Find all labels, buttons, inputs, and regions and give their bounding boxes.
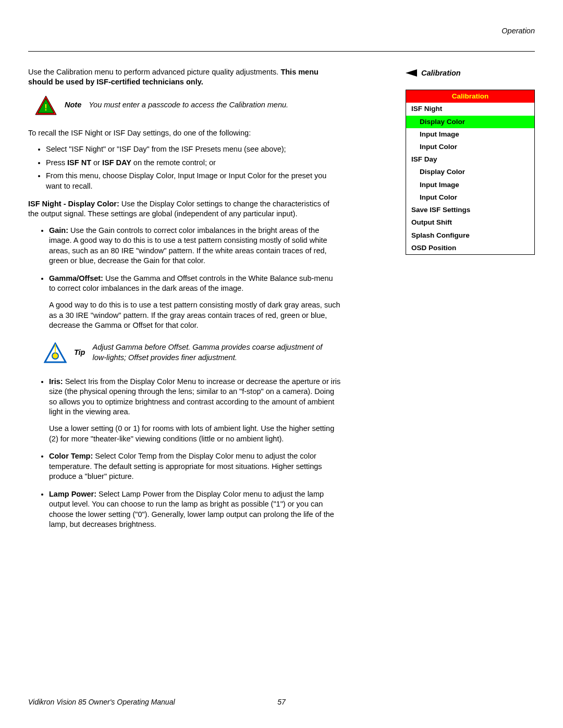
svg-point-4 xyxy=(52,353,58,359)
menu-row: ISF Day xyxy=(406,153,534,166)
iris-p2: Use a lower setting (0 or 1) for rooms w… xyxy=(49,424,341,444)
gain-label: Gain: xyxy=(49,226,70,235)
footer: Vidikron Vision 85 Owner's Operating Man… xyxy=(28,697,535,707)
more-list: Iris: Select Iris from the Display Color… xyxy=(49,377,341,530)
gain-text: Use the Gain controls to correct color i… xyxy=(49,226,327,265)
header-rule xyxy=(28,51,535,52)
tip-callout: Tip Adjust Gamma before Offset. Gamma pr… xyxy=(44,342,341,363)
menu-row-selected: Display Color xyxy=(406,116,534,128)
svg-text:!: ! xyxy=(44,103,47,112)
tip-label: Tip xyxy=(74,348,85,358)
intro-paragraph: Use the Calibration menu to perform adva… xyxy=(28,67,341,88)
warning-triangle-icon: ! xyxy=(34,95,57,116)
menu-row: Splash Configure xyxy=(406,229,534,242)
content-row: Use the Calibration menu to perform adva… xyxy=(28,67,535,537)
note-label: Note xyxy=(65,100,81,110)
footer-title: Vidikron Vision 85 Owner's Operating Man… xyxy=(28,697,175,707)
iris-text: Select Iris from the Display Color Menu … xyxy=(49,377,340,416)
note-text: You must enter a passcode to access the … xyxy=(89,100,288,110)
chapter-header: Operation xyxy=(28,26,535,51)
arrow-left-icon xyxy=(406,69,417,77)
recall-list: Select "ISF Night" or "ISF Day" from the… xyxy=(46,144,341,191)
menu-row: Display Color xyxy=(406,166,534,178)
menu-row: Input Image xyxy=(406,128,534,141)
list-item: Press ISF NT or ISF DAY on the remote co… xyxy=(46,158,341,168)
list-item: Gamma/Offset: Use the Gamma and Offset c… xyxy=(49,274,341,331)
menu-row: Input Image xyxy=(406,179,534,191)
gamma-p2: A good way to do this is to use a test p… xyxy=(49,300,341,331)
tip-text: Adjust Gamma before Offset. Gamma provid… xyxy=(92,342,332,363)
svg-marker-6 xyxy=(406,69,417,77)
display-color-lead: ISF Night - Display Color: Use the Displ… xyxy=(28,199,341,219)
text-bold: ISF DAY xyxy=(102,158,131,167)
warning-triangle-icon xyxy=(44,342,67,363)
colortemp-label: Color Temp: xyxy=(49,452,95,460)
list-item: From this menu, choose Display Color, In… xyxy=(46,171,341,191)
list-item: Gain: Use the Gain controls to correct c… xyxy=(49,226,341,266)
lamp-label: Lamp Power: xyxy=(49,490,99,498)
gamma-label: Gamma/Offset: xyxy=(49,274,105,282)
intro-text: Use the Calibration menu to perform adva… xyxy=(28,68,280,76)
menu-header: Calibration xyxy=(406,90,534,103)
text: Press xyxy=(46,158,67,167)
list-item: Iris: Select Iris from the Display Color… xyxy=(49,377,341,444)
menu-row: Input Color xyxy=(406,141,534,153)
calibration-menu: Calibration ISF Night Display Color Inpu… xyxy=(406,90,535,255)
iris-label: Iris: xyxy=(49,377,65,386)
side-heading-text: Calibration xyxy=(421,68,461,79)
menu-row: Save ISF Settings xyxy=(406,204,534,216)
list-item: Lamp Power: Select Lamp Power from the D… xyxy=(49,489,341,530)
list-item: Color Temp: Select Color Temp from the D… xyxy=(49,451,341,482)
menu-row: ISF Night xyxy=(406,103,534,115)
menu-row: Input Color xyxy=(406,191,534,204)
lead-bold: ISF Night - Display Color: xyxy=(28,200,121,208)
text: on the remote control; or xyxy=(131,158,216,167)
page-number: 57 xyxy=(277,697,286,707)
recall-intro: To recall the ISF Night or ISF Day setti… xyxy=(28,128,341,139)
list-item: Select "ISF Night" or "ISF Day" from the… xyxy=(46,144,341,155)
side-heading: Calibration xyxy=(406,68,535,79)
text-bold: ISF NT xyxy=(67,158,91,167)
text: or xyxy=(91,158,102,167)
main-column: Use the Calibration menu to perform adva… xyxy=(28,67,341,537)
side-column: Calibration Calibration ISF Night Displa… xyxy=(406,67,535,255)
menu-row: OSD Position xyxy=(406,242,534,254)
display-color-list: Gain: Use the Gain controls to correct c… xyxy=(49,226,341,331)
menu-row: Output Shift xyxy=(406,216,534,229)
note-callout: ! Note You must enter a passcode to acce… xyxy=(34,95,341,116)
